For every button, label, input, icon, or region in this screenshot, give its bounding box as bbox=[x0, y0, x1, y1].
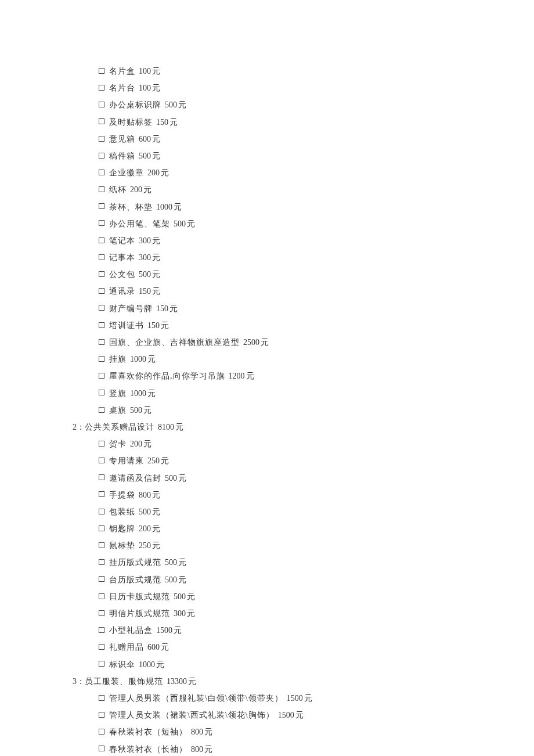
currency-unit: 元 bbox=[187, 592, 195, 601]
list-item: 培训证书150元 bbox=[70, 318, 464, 333]
list-item: 管理人员女装（裙装\西式礼装\领花\胸饰）1500元 bbox=[70, 708, 464, 722]
item-price: 150 bbox=[139, 287, 151, 296]
item-price: 1000 bbox=[130, 389, 146, 398]
item-price: 600 bbox=[139, 135, 151, 143]
item-price: 1500 bbox=[156, 626, 172, 635]
item-label: 通讯录 bbox=[109, 287, 135, 296]
list-item: 春秋装衬衣（短袖）800元 bbox=[70, 725, 464, 739]
currency-unit: 元 bbox=[147, 355, 156, 363]
checkbox-bullet-icon bbox=[99, 153, 104, 159]
list-item: 竖旗1000元 bbox=[70, 386, 464, 401]
currency-unit: 元 bbox=[152, 135, 160, 143]
item-label: 邀请函及信封 bbox=[109, 474, 161, 483]
item-price: 800 bbox=[139, 491, 151, 499]
currency-unit: 元 bbox=[178, 100, 186, 109]
item-label: 鼠标垫 bbox=[109, 541, 135, 550]
checkbox-bullet-icon bbox=[99, 170, 104, 175]
item-price: 500 bbox=[165, 558, 177, 567]
list-item: 挂历版式规范500元 bbox=[70, 555, 464, 570]
currency-unit: 元 bbox=[152, 236, 160, 245]
currency-unit: 元 bbox=[174, 203, 182, 211]
currency-unit: 元 bbox=[169, 304, 178, 313]
currency-unit: 元 bbox=[169, 118, 178, 127]
item-label: 意见箱 bbox=[109, 135, 135, 143]
currency-unit: 元 bbox=[178, 474, 186, 483]
item-label: 茶杯、杯垫 bbox=[109, 203, 153, 211]
item-price: 500 bbox=[130, 406, 142, 415]
checkbox-bullet-icon bbox=[99, 593, 104, 599]
item-price: 2500 bbox=[243, 338, 259, 347]
item-price: 1500 bbox=[287, 694, 303, 703]
checkbox-bullet-icon bbox=[99, 576, 104, 582]
item-price: 200 bbox=[130, 440, 142, 448]
item-price: 1000 bbox=[139, 660, 155, 669]
currency-unit: 元 bbox=[174, 626, 182, 635]
item-price: 500 bbox=[165, 575, 177, 584]
list-item: 通讯录150元 bbox=[70, 284, 464, 298]
item-price: 150 bbox=[147, 321, 160, 330]
currency-unit: 元 bbox=[295, 711, 304, 719]
list-item: 名片盒100元 bbox=[70, 64, 464, 78]
list-item: 台历版式规范500元 bbox=[70, 573, 464, 587]
item-label: 管理人员男装（西服礼装\白领\领带\领带夹） bbox=[109, 694, 283, 703]
item-label: 包装纸 bbox=[109, 507, 135, 516]
item-label: 办公用笔、笔架 bbox=[109, 219, 170, 228]
item-label: 名片盒 bbox=[109, 67, 135, 75]
checkbox-bullet-icon bbox=[99, 288, 104, 294]
item-label: 台历版式规范 bbox=[109, 575, 161, 584]
item-label: 标识伞 bbox=[109, 660, 135, 669]
checkbox-bullet-icon bbox=[99, 136, 104, 142]
item-price: 300 bbox=[174, 609, 186, 618]
item-label: 管理人员女装（裙装\西式礼装\领花\胸饰） bbox=[109, 711, 275, 719]
checkbox-bullet-icon bbox=[99, 85, 104, 91]
item-label: 挂历版式规范 bbox=[109, 558, 161, 567]
item-label: 手提袋 bbox=[109, 491, 135, 499]
currency-unit: 元 bbox=[178, 575, 186, 584]
currency-unit: 元 bbox=[161, 456, 169, 465]
checkbox-bullet-icon bbox=[99, 203, 104, 209]
item-price: 250 bbox=[139, 541, 151, 550]
item-price: 500 bbox=[174, 592, 186, 601]
list-item: 屋喜欢你的作品,向你学习吊旗1200元 bbox=[70, 369, 464, 383]
checkbox-bullet-icon bbox=[99, 220, 104, 226]
checkbox-bullet-icon bbox=[99, 237, 104, 243]
checkbox-bullet-icon bbox=[99, 695, 104, 701]
list-item: 专用请柬250元 bbox=[70, 453, 464, 468]
item-price: 600 bbox=[147, 643, 160, 651]
item-label: 笔记本 bbox=[109, 236, 135, 245]
list-item: 笔记本300元 bbox=[70, 233, 464, 248]
currency-unit: 元 bbox=[178, 558, 186, 567]
checkbox-bullet-icon bbox=[99, 68, 104, 74]
checkbox-bullet-icon bbox=[99, 542, 104, 548]
item-price: 500 bbox=[139, 152, 151, 160]
item-price: 150 bbox=[156, 118, 168, 127]
list-item: 公文包500元 bbox=[70, 267, 464, 282]
item-label: 企业徽章 bbox=[109, 168, 144, 177]
checkbox-bullet-icon bbox=[99, 186, 104, 192]
item-label: 竖旗 bbox=[109, 389, 127, 398]
item-price: 800 bbox=[191, 728, 203, 736]
item-label: 记事本 bbox=[109, 253, 135, 262]
list-item: 及时贴标签150元 bbox=[70, 115, 464, 129]
item-price: 200 bbox=[147, 168, 160, 177]
checkbox-bullet-icon bbox=[99, 118, 104, 124]
list-item: 办公用笔、笔架500元 bbox=[70, 217, 464, 231]
list-item: 手提袋800元 bbox=[70, 488, 464, 502]
checkbox-bullet-icon bbox=[99, 525, 104, 531]
list-item: 礼赠用品600元 bbox=[70, 640, 464, 654]
currency-unit: 元 bbox=[152, 541, 160, 550]
item-label: 专用请柬 bbox=[109, 456, 144, 465]
currency-unit: 元 bbox=[156, 660, 164, 669]
item-label: 培训证书 bbox=[109, 321, 144, 330]
checkbox-bullet-icon bbox=[99, 729, 104, 735]
list-item: 名片台100元 bbox=[70, 81, 464, 95]
item-label: 明信片版式规范 bbox=[109, 609, 170, 618]
checkbox-bullet-icon bbox=[99, 509, 104, 514]
checkbox-bullet-icon bbox=[99, 627, 104, 633]
checkbox-bullet-icon bbox=[99, 373, 104, 379]
checkbox-bullet-icon bbox=[99, 559, 104, 565]
section-prefix: 2： bbox=[73, 423, 85, 431]
checkbox-bullet-icon bbox=[99, 661, 104, 667]
item-price: 200 bbox=[139, 524, 151, 533]
currency-unit: 元 bbox=[204, 728, 212, 736]
